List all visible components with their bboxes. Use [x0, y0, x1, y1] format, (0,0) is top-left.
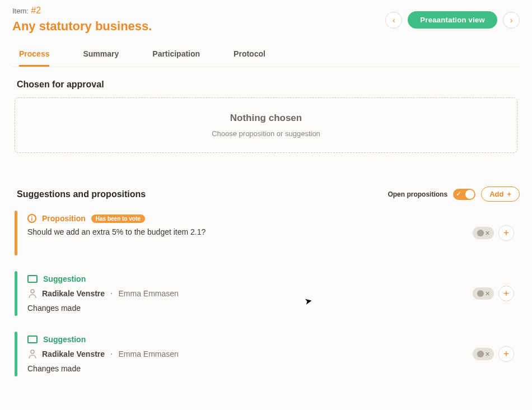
dismiss-toggle[interactable]: ✕ [473, 348, 494, 360]
svg-point-1 [31, 350, 34, 353]
card-type-label: Suggestion [43, 274, 86, 283]
toggle-knob-icon [477, 230, 484, 236]
dismiss-toggle[interactable]: ✕ [473, 287, 494, 300]
chevron-right-icon: › [510, 16, 513, 25]
author-org: Radikale Venstre [42, 350, 105, 358]
item-number: #2 [31, 6, 41, 15]
card-type-label: Proposition [42, 214, 86, 223]
add-to-approval-button[interactable]: + [498, 346, 514, 362]
next-item-button[interactable]: › [503, 12, 520, 29]
author-name: Emma Emmasen [119, 289, 179, 298]
plus-icon: + [507, 190, 511, 198]
open-propositions-toggle[interactable]: ✓ [453, 189, 475, 200]
chevron-left-icon: ‹ [393, 16, 395, 25]
card-stripe [15, 211, 17, 255]
suggestion-card: Suggestion Radikale Venstre · Emma Emmas… [15, 332, 520, 376]
close-icon: ✕ [485, 230, 490, 237]
add-to-approval-button[interactable]: + [498, 225, 514, 241]
item-label: Item: [12, 7, 29, 15]
info-icon: i [27, 214, 36, 223]
document-icon [27, 336, 38, 343]
avatar-icon [27, 288, 38, 299]
check-icon: ✓ [456, 190, 461, 198]
tab-process[interactable]: Process [19, 46, 49, 67]
approval-empty-title: Nothing chosen [30, 113, 502, 124]
plus-icon: + [503, 348, 510, 360]
add-proposition-button[interactable]: Add + [481, 187, 520, 202]
tab-participation[interactable]: Participation [152, 46, 200, 67]
card-text: Changes made [27, 304, 463, 313]
plus-icon: + [503, 288, 510, 300]
suggestions-section-title: Suggestions and propositions [17, 189, 146, 199]
page-title: Any statutory business. [12, 19, 152, 34]
avatar-icon [27, 348, 38, 360]
separator: · [110, 349, 113, 359]
add-button-label: Add [489, 190, 503, 198]
author-name: Emma Emmasen [119, 350, 179, 358]
card-stripe [15, 332, 17, 376]
tabs: Process Summary Participation Protocol [12, 46, 520, 67]
document-icon [27, 275, 38, 283]
add-to-approval-button[interactable]: + [498, 286, 514, 301]
dismiss-toggle[interactable]: ✕ [473, 227, 494, 239]
approval-section-title: Chosen for approval [17, 80, 520, 90]
presentation-view-button[interactable]: Preaantation view [408, 11, 497, 29]
proposition-card: i Proposition Has been to vote Should we… [15, 211, 520, 255]
plus-icon: + [503, 227, 510, 239]
card-text: Should we add an extra 5% to the budget … [27, 227, 463, 236]
tab-protocol[interactable]: Protocol [234, 46, 265, 67]
close-icon: ✕ [485, 351, 490, 358]
toggle-knob-icon [477, 351, 484, 357]
vote-status-badge: Has been to vote [91, 215, 145, 223]
card-type-label: Suggestion [43, 335, 86, 344]
card-text: Changes made [27, 364, 463, 373]
open-propositions-label: Open propositions [388, 190, 447, 198]
author-org: Radikale Venstre [42, 289, 105, 298]
prev-item-button[interactable]: ‹ [385, 12, 402, 29]
approval-empty-sub: Choose proposition or suggestion [30, 129, 502, 138]
separator: · [110, 288, 113, 299]
card-stripe [15, 271, 17, 316]
svg-point-0 [31, 290, 34, 293]
close-icon: ✕ [485, 290, 490, 297]
toggle-knob-icon [477, 290, 484, 297]
tab-summary[interactable]: Summary [83, 46, 119, 67]
approval-dropzone[interactable]: Nothing chosen Choose proposition or sug… [15, 97, 517, 153]
suggestion-card: Suggestion Radikale Venstre · Emma Emmas… [15, 271, 520, 316]
